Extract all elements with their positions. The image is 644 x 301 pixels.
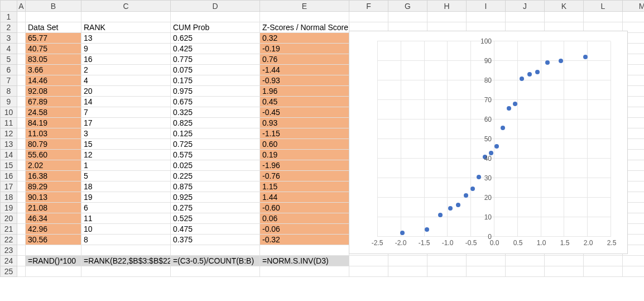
cell-H24[interactable] — [427, 256, 467, 266]
cell-I25[interactable] — [467, 266, 506, 277]
row-header-25[interactable]: 25 — [1, 266, 17, 277]
cell-J25[interactable] — [506, 266, 545, 277]
cell-B12[interactable]: 11.03 — [26, 128, 81, 139]
cell-B19[interactable]: 21.08 — [26, 203, 81, 213]
cell-E19[interactable]: -0.60 — [260, 203, 349, 213]
cell-D5[interactable]: 0.775 — [171, 54, 260, 65]
cell-J24[interactable] — [506, 256, 545, 266]
cell-D22[interactable]: 0.375 — [171, 235, 260, 245]
cell-C2[interactable]: RANK — [81, 22, 171, 33]
cell-C25[interactable] — [81, 266, 171, 277]
column-header-d[interactable]: D — [171, 1, 260, 12]
cell-H1[interactable] — [427, 12, 467, 22]
cell-L1[interactable] — [584, 12, 623, 22]
cell-I24[interactable] — [467, 256, 506, 266]
cell-A3[interactable] — [17, 33, 26, 44]
row-header-3[interactable]: 3 — [1, 33, 17, 44]
cell-K1[interactable] — [545, 12, 584, 22]
cell-E14[interactable]: 0.19 — [260, 150, 349, 160]
row-header-17[interactable]: 17 — [1, 181, 17, 192]
cell-D24[interactable]: =(C3-0.5)/COUNT(B:B) — [171, 256, 260, 266]
cell-C19[interactable]: 6 — [81, 203, 171, 213]
cell-B10[interactable]: 24.58 — [26, 107, 81, 118]
cell-C9[interactable]: 14 — [81, 97, 171, 107]
cell-E9[interactable]: 0.45 — [260, 97, 349, 107]
cell-C6[interactable]: 2 — [81, 65, 171, 75]
cell-M24[interactable] — [623, 256, 645, 266]
cell-C12[interactable]: 3 — [81, 128, 171, 139]
cell-E17[interactable]: 1.15 — [260, 181, 349, 192]
row-header-14[interactable]: 14 — [1, 150, 17, 160]
column-header-g[interactable]: G — [388, 1, 427, 12]
column-header-f[interactable]: F — [349, 1, 388, 12]
cell-A7[interactable] — [17, 75, 26, 86]
cell-C22[interactable]: 8 — [81, 235, 171, 245]
cell-D17[interactable]: 0.875 — [171, 181, 260, 192]
cell-D15[interactable]: 0.025 — [171, 160, 260, 171]
cell-B2[interactable]: Data Set — [26, 22, 81, 33]
row-header-24[interactable]: 24 — [1, 256, 17, 266]
cell-D23[interactable] — [171, 245, 260, 256]
cell-L24[interactable] — [584, 256, 623, 266]
cell-A8[interactable] — [17, 86, 26, 97]
column-header-c[interactable]: C — [81, 1, 171, 12]
cell-D19[interactable]: 0.275 — [171, 203, 260, 213]
cell-A1[interactable] — [17, 12, 26, 22]
cell-B20[interactable]: 46.34 — [26, 213, 81, 224]
cell-E6[interactable]: -1.44 — [260, 65, 349, 75]
row-header-15[interactable]: 15 — [1, 160, 17, 171]
cell-E16[interactable]: -0.76 — [260, 171, 349, 181]
cell-B4[interactable]: 40.75 — [26, 44, 81, 54]
cell-H25[interactable] — [427, 266, 467, 277]
cell-B6[interactable]: 3.66 — [26, 65, 81, 75]
cell-C13[interactable]: 15 — [81, 139, 171, 150]
cell-C8[interactable]: 20 — [81, 86, 171, 97]
cell-B25[interactable] — [26, 266, 81, 277]
column-header-l[interactable]: L — [584, 1, 623, 12]
column-header-k[interactable]: K — [545, 1, 584, 12]
row-header-2[interactable]: 2 — [1, 22, 17, 33]
cell-D2[interactable]: CUM Prob — [171, 22, 260, 33]
cell-F24[interactable] — [349, 256, 388, 266]
cell-D18[interactable]: 0.925 — [171, 192, 260, 203]
cell-E13[interactable]: 0.60 — [260, 139, 349, 150]
row-header-11[interactable]: 11 — [1, 118, 17, 128]
cell-J1[interactable] — [506, 12, 545, 22]
cell-B23[interactable] — [26, 245, 81, 256]
row-header-22[interactable]: 22 — [1, 235, 17, 245]
cell-C16[interactable]: 5 — [81, 171, 171, 181]
cell-D11[interactable]: 0.825 — [171, 118, 260, 128]
cell-C20[interactable]: 11 — [81, 213, 171, 224]
cell-A2[interactable] — [17, 22, 26, 33]
cell-B13[interactable]: 80.79 — [26, 139, 81, 150]
row-header-23[interactable]: 23 — [1, 245, 17, 256]
cell-B1[interactable] — [26, 12, 81, 22]
cell-A11[interactable] — [17, 118, 26, 128]
cell-D8[interactable]: 0.975 — [171, 86, 260, 97]
cell-C14[interactable]: 12 — [81, 150, 171, 160]
cell-C1[interactable] — [81, 12, 171, 22]
cell-B14[interactable]: 55.60 — [26, 150, 81, 160]
cell-A16[interactable] — [17, 171, 26, 181]
cell-I1[interactable] — [467, 12, 506, 22]
cell-D10[interactable]: 0.325 — [171, 107, 260, 118]
cell-E21[interactable]: -0.06 — [260, 224, 349, 235]
cell-E4[interactable]: -0.19 — [260, 44, 349, 54]
column-header-a[interactable]: A — [17, 1, 26, 12]
cell-C24[interactable]: =RANK(B22,$B$3:$B$22,1) — [81, 256, 171, 266]
cell-B18[interactable]: 90.13 — [26, 192, 81, 203]
cell-E10[interactable]: -0.45 — [260, 107, 349, 118]
cell-G1[interactable] — [388, 12, 427, 22]
row-header-6[interactable]: 6 — [1, 65, 17, 75]
cell-A24[interactable] — [17, 256, 26, 266]
cell-E3[interactable]: 0.32 — [260, 33, 349, 44]
cell-B22[interactable]: 30.56 — [26, 235, 81, 245]
row-header-13[interactable]: 13 — [1, 139, 17, 150]
cell-E22[interactable]: -0.32 — [260, 235, 349, 245]
cell-C21[interactable]: 10 — [81, 224, 171, 235]
cell-E2[interactable]: Z-Scores / Normal Score — [260, 22, 349, 33]
cell-L25[interactable] — [584, 266, 623, 277]
cell-D14[interactable]: 0.575 — [171, 150, 260, 160]
cell-A22[interactable] — [17, 235, 26, 245]
cell-C15[interactable]: 1 — [81, 160, 171, 171]
